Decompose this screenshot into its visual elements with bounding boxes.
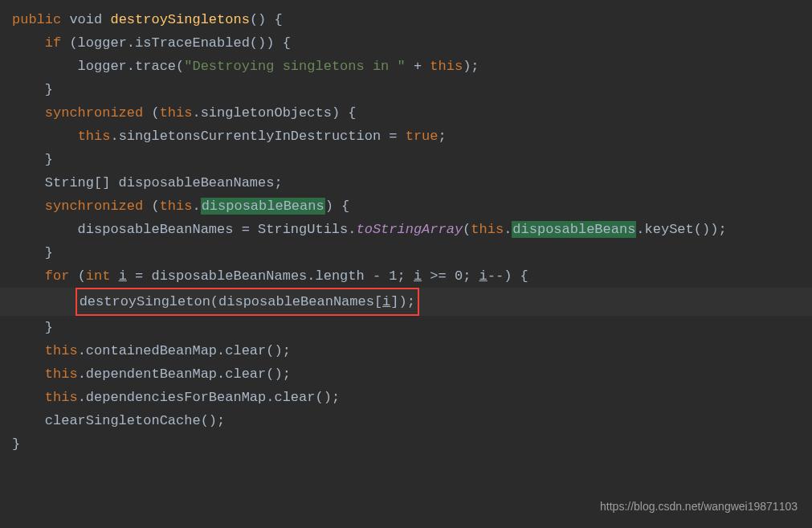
code-line-1: public void destroySingletons() { (0, 8, 812, 31)
highlight-disposable-beans-1: disposableBeans (201, 198, 325, 215)
highlight-disposable-beans-2: disposableBeans (512, 221, 636, 238)
code-line-3: logger.trace("Destroying singletons in "… (0, 55, 812, 78)
code-line-22: } (0, 432, 812, 456)
watermark-text: https://blog.csdn.net/wangwei19871103 (600, 495, 798, 518)
code-line-11: disposableBeanNames = StringUtils.toStri… (0, 218, 812, 241)
code-editor[interactable]: public void destroySingletons() { if (lo… (0, 8, 812, 456)
code-line-5: synchronized (this.singletonObjects) { (0, 101, 812, 125)
code-line-10: synchronized (this.disposableBeans) { (0, 194, 812, 218)
code-line-6: this.singletonsCurrentlyInDestruction = … (0, 125, 812, 148)
code-line-12: } (0, 241, 812, 264)
code-line-15: } (0, 316, 812, 339)
code-line-19: this.dependenciesForBeanMap.clear(); (0, 386, 812, 409)
code-line-2: if (logger.isTraceEnabled()) { (0, 31, 812, 55)
code-line-13: for (int i = disposableBeanNames.length … (0, 264, 812, 288)
code-line-9: String[] disposableBeanNames; (0, 171, 812, 194)
red-box-highlight: destroySingleton(disposableBeanNames[i])… (75, 288, 419, 316)
code-line-17: this.containedBeanMap.clear(); (0, 339, 812, 362)
code-line-21: clearSingletonCache(); (0, 409, 812, 432)
code-line-7: } (0, 148, 812, 171)
code-line-4: } (0, 78, 812, 101)
code-line-18: this.dependentBeanMap.clear(); (0, 362, 812, 386)
code-line-14-highlighted: destroySingleton(disposableBeanNames[i])… (0, 288, 812, 316)
